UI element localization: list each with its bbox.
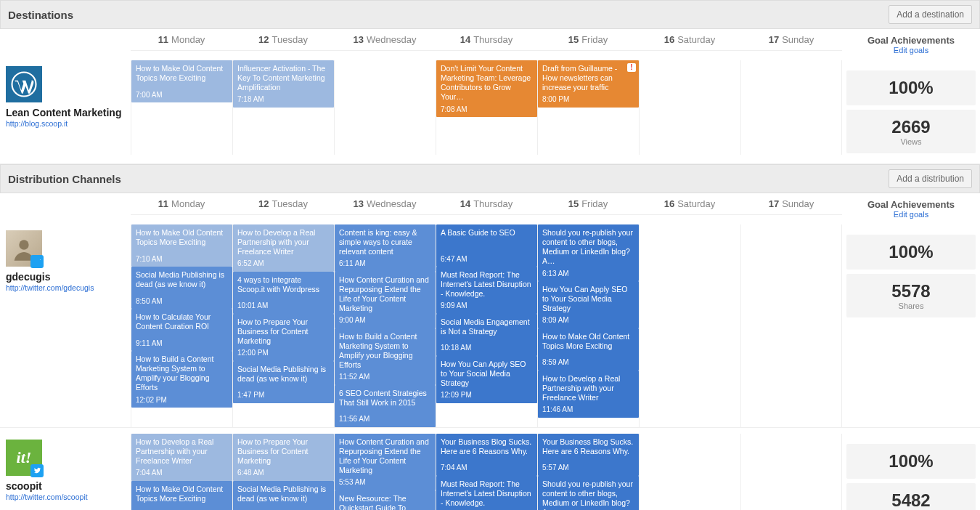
card-title: Content is king: easy & simple ways to c… [339,228,431,256]
content-card[interactable]: How Content Curation and Repurposing Ext… [335,434,436,490]
edit-goals-link[interactable]: Edit goals [846,46,976,54]
day-number: 17 [769,198,779,209]
day-cell[interactable]: Your Business Blog Sucks. Here are 6 Rea… [436,434,537,510]
add-distribution-button[interactable]: Add a distribution [889,169,972,188]
content-card[interactable]: Social Media Engagement is Not a Strateg… [436,314,537,356]
content-card[interactable]: Content is king: easy & simple ways to c… [335,224,436,272]
day-cell[interactable]: Should you re-publish your content to ot… [537,224,639,427]
content-card[interactable]: How You Can Apply SEO to Your Social Med… [538,281,639,328]
card-title: How to Build a Content Marketing System … [339,332,431,371]
content-card[interactable]: How to Calculate Your Content Curation R… [131,309,232,351]
day-cell[interactable]: How to Prepare Your Business for Content… [232,434,334,510]
content-card[interactable]: Social Media Publishing is dead (as we k… [233,361,334,403]
card-title: Draft from Guillaume - How newsletters c… [542,64,634,92]
day-name: Saturday [677,34,715,45]
day-number: 16 [664,198,674,209]
day-number: 12 [258,34,269,45]
card-time: 12:02 PM [136,396,228,405]
day-cell[interactable]: !Draft from Guillaume - How newsletters … [537,60,639,155]
day-cell[interactable] [639,224,740,427]
content-card[interactable]: Must Read Report: The Internet's Latest … [436,267,537,314]
day-name: Saturday [677,198,715,209]
card-title: Don't Limit Your Content Marketing Team:… [441,64,533,102]
day-number: 11 [158,198,168,209]
content-card[interactable]: Should you re-publish your content to ot… [538,224,639,281]
day-cell[interactable]: Content is king: easy & simple ways to c… [334,224,436,427]
content-card[interactable]: Your Business Blog Sucks. Here are 6 Rea… [436,434,537,476]
card-time: 8:09 AM [542,316,634,325]
content-card[interactable]: Social Media Publishing is dead (as we k… [131,267,232,309]
card-time: 11:52 AM [339,373,431,382]
day-cell[interactable]: How Content Curation and Repurposing Ext… [334,434,436,510]
content-card[interactable]: How to Make Old Content Topics More Exci… [131,224,232,267]
profile-gdecugis: gdecugis http://twitter.com/gdecugis [0,224,131,427]
content-card[interactable]: How to Make Old Content Topics More Exci… [131,481,232,510]
distribution-title: Distribution Channels [8,173,121,185]
goal-value-box: 5482 Shares [846,483,976,510]
card-time: 5:57 AM [542,464,634,473]
card-title: How You Can Apply SEO to Your Social Med… [441,360,533,388]
content-card[interactable]: 4 ways to integrate Scoop.it with Wordpr… [233,272,334,314]
card-time: 7:08 AM [441,105,533,115]
day-cell[interactable] [740,224,842,427]
card-title: How to Develop a Real Partnership with y… [542,374,634,402]
day-cell[interactable]: How to Develop a Real Partnership with y… [131,434,232,510]
day-cell[interactable]: How to Make Old Content Topics More Exci… [131,60,232,155]
content-card[interactable]: How to Build a Content Marketing System … [335,328,436,385]
day-name: Thursday [473,34,513,45]
content-card[interactable]: Should you re-publish your content to ot… [538,476,639,510]
card-time: 8:00 PM [542,95,634,105]
day-cell[interactable]: How to Make Old Content Topics More Exci… [131,224,232,427]
day-header: 14Thursday [436,198,537,209]
content-card[interactable]: How to Make Old Content Topics More Exci… [538,328,639,371]
day-cell[interactable]: Your Business Blog Sucks. Here are 6 Rea… [537,434,639,510]
profile-url[interactable]: http://twitter.com/scoopit [6,493,88,501]
day-number: 17 [769,34,779,45]
content-card[interactable]: How to Prepare Your Business for Content… [233,314,334,361]
content-card[interactable]: How to Make Old Content Topics More Exci… [131,60,232,102]
card-time: 8:50 AM [136,297,228,307]
goal-pct: 100% [849,78,973,98]
profile-name: scoopit [6,480,125,492]
twitter-badge-icon [30,464,44,477]
content-card[interactable]: New Resource: The Quickstart Guide To In… [335,490,436,510]
card-title: How to Develop a Real Partnership with y… [136,437,228,466]
day-cell[interactable] [740,60,842,155]
goal-label: Views [849,137,973,146]
content-card[interactable]: How Content Curation and Repurposing Ext… [335,272,436,328]
day-name: Tuesday [272,34,308,45]
edit-goals-link[interactable]: Edit goals [846,210,976,219]
content-card[interactable]: 6 SEO Content Strategies That Still Work… [335,385,436,427]
content-card[interactable]: A Basic Guide to SEO6:47 AM [436,224,537,267]
content-card[interactable]: How to Develop a Real Partnership with y… [233,224,334,272]
day-cell[interactable]: A Basic Guide to SEO6:47 AMMust Read Rep… [436,224,537,427]
goal-value: 5578 [849,281,973,301]
destinations-grid: 11Monday12Tuesday13Wednesday14Thursday15… [0,29,980,60]
day-header: 11Monday [131,34,232,45]
content-card[interactable]: How You Can Apply SEO to Your Social Med… [436,356,537,403]
add-destination-button[interactable]: Add a destination [889,5,972,24]
day-cell[interactable]: Influencer Activation - The Key To Conte… [232,60,334,155]
content-card[interactable]: Your Business Blog Sucks. Here are 6 Rea… [538,434,639,476]
card-title: How Content Curation and Repurposing Ext… [339,275,431,314]
content-card[interactable]: Must Read Report: The Internet's Latest … [436,476,537,510]
card-time: 9:09 AM [441,301,533,311]
day-cell[interactable] [740,434,842,510]
content-card[interactable]: Influencer Activation - The Key To Conte… [233,60,334,108]
day-cell[interactable]: How to Develop a Real Partnership with y… [232,224,334,427]
day-cell[interactable] [334,60,436,155]
content-card[interactable]: How to Prepare Your Business for Content… [233,434,334,481]
day-cell[interactable]: Don't Limit Your Content Marketing Team:… [436,60,537,155]
content-card[interactable]: How to Build a Content Marketing System … [131,351,232,408]
profile-url[interactable]: http://blog.scoop.it [6,119,68,128]
content-card[interactable]: Social Media Publishing is dead (as we k… [233,481,334,510]
content-card[interactable]: !Draft from Guillaume - How newsletters … [538,60,639,108]
content-card[interactable]: How to Develop a Real Partnership with y… [538,371,639,418]
content-card[interactable]: Don't Limit Your Content Marketing Team:… [436,60,537,117]
day-cell[interactable] [639,60,740,155]
day-cell[interactable] [639,434,740,510]
content-card[interactable]: How to Develop a Real Partnership with y… [131,434,232,481]
day-number: 12 [258,198,269,209]
svg-point-1 [19,240,28,249]
profile-url[interactable]: http://twitter.com/gdecugis [6,283,94,292]
